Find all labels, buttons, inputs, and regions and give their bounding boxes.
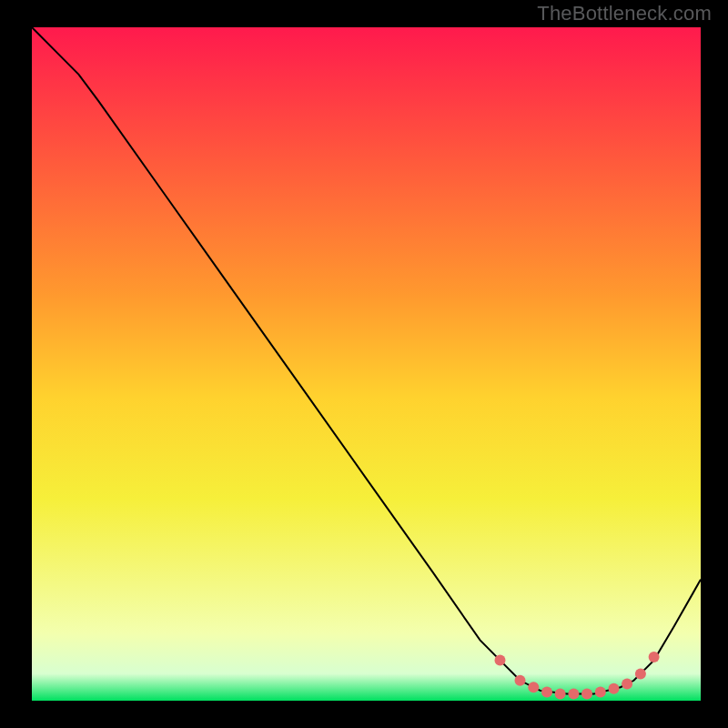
marker-dot — [595, 686, 606, 697]
marker-dot — [495, 655, 506, 666]
marker-dot — [541, 686, 552, 697]
marker-dot — [568, 689, 579, 700]
marker-dot — [555, 689, 566, 700]
bottleneck-chart — [0, 0, 728, 728]
plot-background — [32, 27, 701, 701]
marker-dot — [528, 682, 539, 693]
marker-dot — [581, 689, 592, 700]
marker-dot — [622, 679, 632, 690]
chart-frame: { "watermark": "TheBottleneck.com", "cha… — [0, 0, 728, 728]
marker-dot — [649, 652, 660, 662]
marker-dot — [635, 668, 646, 679]
marker-dot — [609, 683, 620, 694]
marker-dot — [515, 675, 526, 686]
